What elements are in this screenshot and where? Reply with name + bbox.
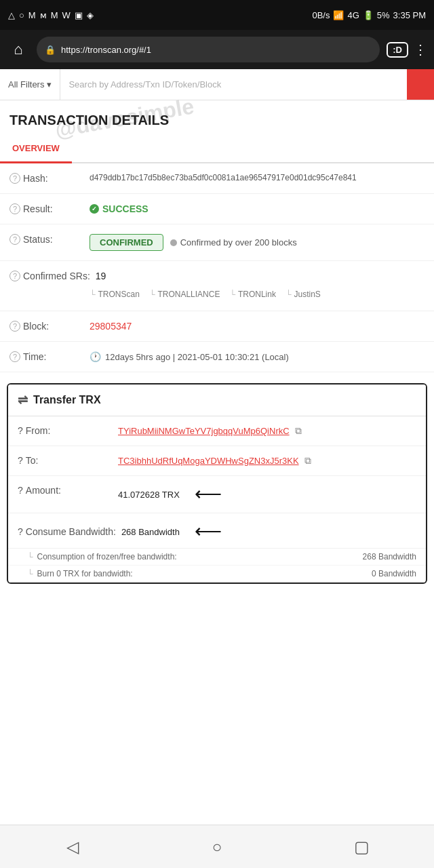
result-value: ✓ SUCCESS	[90, 203, 425, 214]
bandwidth-display: 268 Bandwidth ⟵	[121, 522, 416, 541]
battery-level: 5%	[377, 10, 390, 20]
gmail-icon: M	[28, 10, 36, 20]
whatsapp-icon: W	[62, 10, 71, 20]
burn-bandwidth-label: Burn 0 TRX for bandwidth:	[27, 569, 133, 578]
result-label: ? Result:	[9, 203, 84, 214]
bandwidth-value: 268 Bandwidth ⟵	[121, 522, 416, 541]
amount-row: ? Amount: 41.072628 TRX ⟵	[8, 476, 426, 513]
to-value: TC3ibhhUdRfUqMogaYDWHwSgZN3xJ5r3KK ⧉	[118, 455, 416, 467]
block-link[interactable]: 29805347	[90, 321, 132, 332]
bandwidth-row: ? Consume Bandwidth: 268 Bandwidth ⟵	[8, 513, 426, 549]
block-row: ? Block: 29805347	[0, 311, 434, 342]
search-button[interactable]	[407, 69, 434, 100]
filter-bar: All Filters ▾ Search by Address/Txn ID/T…	[0, 69, 434, 100]
battery-icon: 🔋	[363, 10, 374, 20]
status-row: ? Status: CONFIRMED Confirmed by over 20…	[0, 224, 434, 261]
time-display: 🕐 12days 5hrs ago | 2021-05-01 10:30:21 …	[90, 351, 425, 362]
hash-help-icon[interactable]: ?	[9, 173, 20, 184]
bandwidth-help-icon[interactable]: ?	[18, 526, 23, 537]
home-nav-button[interactable]: ○	[201, 831, 233, 863]
sr-tronlink: TRONLink	[229, 290, 276, 299]
status-confirmed-row: CONFIRMED Confirmed by over 200 blocks	[90, 234, 425, 251]
block-help-icon[interactable]: ?	[9, 321, 20, 332]
tab-overview[interactable]: OVERVIEW	[0, 135, 72, 163]
frozen-bandwidth-value: 268 Bandwidth	[363, 552, 416, 561]
block-value: 29805347	[90, 321, 425, 332]
data-speed: 0B/s	[312, 10, 330, 20]
tabs-bar: OVERVIEW	[0, 135, 434, 163]
to-address[interactable]: TC3ibhhUdRfUqMogaYDWHwSgZN3xJ5r3KK	[118, 456, 299, 466]
success-dot: ✓	[90, 204, 99, 214]
recents-button[interactable]: ▢	[345, 831, 378, 863]
confirmed-text: Confirmed by over 200 blocks	[170, 237, 297, 248]
status-bar: △ ○ M ᴍ M W ▣ ◈ 0B/s 📶 4G 🔋 5% 3:35 PM	[0, 0, 434, 30]
from-copy-icon[interactable]: ⧉	[295, 425, 302, 437]
time-row: ? Time: 🕐 12days 5hrs ago | 2021-05-01 1…	[0, 342, 434, 372]
page-title-rest: RANSACTION DETAILS	[18, 113, 169, 127]
lock-icon: 🔒	[45, 45, 56, 55]
page-content: TRANSACTION DETAILS @davosimple OVERVIEW…	[0, 100, 434, 649]
time-help-icon[interactable]: ?	[9, 351, 20, 362]
telegram-icon: ◈	[87, 10, 94, 20]
signal-icon: 📶	[333, 10, 344, 20]
hash-label: ? Hash:	[9, 173, 84, 184]
time-label: ? Time:	[9, 351, 84, 362]
page-title: T	[9, 113, 18, 127]
url-bar[interactable]: 🔒 https://tronscan.org/#/1	[37, 37, 380, 62]
chevron-down-icon: ▾	[47, 79, 52, 90]
bandwidth-label: ? Consume Bandwidth:	[18, 522, 116, 541]
srs-label: ? Confirmed SRs:	[9, 271, 90, 281]
home-button[interactable]: ⌂	[7, 38, 30, 61]
to-row: ? To: TC3ibhhUdRfUqMogaYDWHwSgZN3xJ5r3KK…	[8, 446, 426, 476]
block-label: ? Block:	[9, 321, 84, 332]
back-button[interactable]: ◁	[56, 831, 89, 863]
from-value: TYiRubMiiNMGwTeYV7jgbqqVuMp6QiNrkC ⧉	[118, 425, 416, 437]
notification-icon: △	[8, 10, 15, 20]
hash-row: ? Hash: d479ddb17bc17d5b8ec73ba5df0c0081…	[0, 163, 434, 194]
amount-display: 41.072628 TRX ⟵	[118, 485, 416, 504]
to-copy-icon[interactable]: ⧉	[304, 455, 311, 467]
time-value: 🕐 12days 5hrs ago | 2021-05-01 10:30:21 …	[90, 351, 425, 362]
amount-label: ? Amount:	[18, 485, 113, 496]
all-filters-button[interactable]: All Filters ▾	[0, 69, 60, 100]
from-row: ? From: TYiRubMiiNMGwTeYV7jgbqqVuMp6QiNr…	[8, 416, 426, 446]
to-help-icon[interactable]: ?	[18, 455, 23, 466]
arrow-annotation: ⟵	[195, 485, 222, 504]
to-label: ? To:	[18, 455, 113, 466]
sr-tronscan: TRONScan	[90, 290, 140, 299]
clock-icon: 🕐	[90, 351, 101, 362]
confirmed-srs-row: ? Confirmed SRs: 19 TRONScan TRONALLIANC…	[0, 261, 434, 311]
from-help-icon[interactable]: ?	[18, 425, 23, 436]
bandwidth-sub-row-1: Consumption of frozen/free bandwidth: 26…	[8, 549, 426, 566]
srs-help-icon[interactable]: ?	[9, 271, 20, 281]
inbox-icon: M	[51, 10, 58, 20]
burn-bandwidth-value: 0 Bandwidth	[372, 569, 416, 578]
browser-bar: ⌂ 🔒 https://tronscan.org/#/1 :D ⋮	[0, 30, 434, 69]
status-right: 0B/s 📶 4G 🔋 5% 3:35 PM	[312, 10, 426, 20]
confirmed-dot	[170, 239, 177, 246]
bandwidth-arrow-annotation: ⟵	[195, 522, 222, 541]
transfer-card: ⇌ Transfer TRX ? From: TYiRubMiiNMGwTeYV…	[7, 383, 427, 584]
search-placeholder-text[interactable]: Search by Address/Txn ID/Token/Block	[60, 79, 407, 90]
sr-list: TRONScan TRONALLIANCE TRONLink JustinS	[90, 290, 330, 301]
status-label: ? Status:	[9, 234, 84, 245]
status-icons: △ ○ M ᴍ M W ▣ ◈	[8, 10, 94, 20]
d-button[interactable]: :D	[387, 42, 408, 58]
status-help-icon[interactable]: ?	[9, 234, 20, 245]
detail-section: ? Hash: d479ddb17bc17d5b8ec73ba5df0c0081…	[0, 163, 434, 372]
more-options-icon[interactable]: ⋮	[414, 41, 427, 58]
result-row: ? Result: ✓ SUCCESS	[0, 194, 434, 224]
browser-actions: :D ⋮	[387, 41, 427, 58]
bottom-nav: ◁ ○ ▢	[0, 825, 434, 868]
amount-value: 41.072628 TRX ⟵	[118, 485, 416, 504]
result-help-icon[interactable]: ?	[9, 203, 20, 214]
frozen-bandwidth-label: Consumption of frozen/free bandwidth:	[27, 552, 177, 561]
page-title-bar: TRANSACTION DETAILS @davosimple	[0, 100, 434, 135]
confirmed-badge: CONFIRMED	[90, 234, 163, 251]
from-address[interactable]: TYiRubMiiNMGwTeYV7jgbqqVuMp6QiNrkC	[118, 426, 290, 436]
url-text: https://tronscan.org/#/1	[61, 45, 151, 55]
filter-label: All Filters	[8, 79, 44, 90]
amount-help-icon[interactable]: ?	[18, 485, 23, 496]
sms-icon: ○	[19, 10, 24, 20]
messenger-icon: ᴍ	[40, 10, 47, 20]
